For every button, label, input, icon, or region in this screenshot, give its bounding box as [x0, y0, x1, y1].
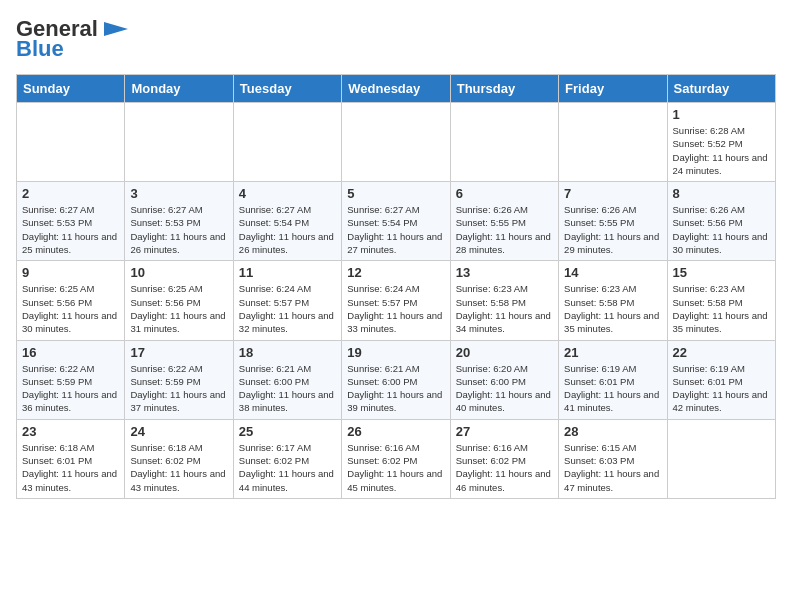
calendar-cell: 9Sunrise: 6:25 AM Sunset: 5:56 PM Daylig… [17, 261, 125, 340]
calendar-cell: 25Sunrise: 6:17 AM Sunset: 6:02 PM Dayli… [233, 419, 341, 498]
day-info: Sunrise: 6:24 AM Sunset: 5:57 PM Dayligh… [347, 282, 444, 335]
day-info: Sunrise: 6:21 AM Sunset: 6:00 PM Dayligh… [239, 362, 336, 415]
logo: General Blue [16, 16, 130, 62]
calendar-cell: 8Sunrise: 6:26 AM Sunset: 5:56 PM Daylig… [667, 182, 775, 261]
calendar-week-row: 23Sunrise: 6:18 AM Sunset: 6:01 PM Dayli… [17, 419, 776, 498]
day-number: 1 [673, 107, 770, 122]
day-number: 4 [239, 186, 336, 201]
day-info: Sunrise: 6:21 AM Sunset: 6:00 PM Dayligh… [347, 362, 444, 415]
calendar-table: SundayMondayTuesdayWednesdayThursdayFrid… [16, 74, 776, 499]
day-number: 5 [347, 186, 444, 201]
calendar-cell: 18Sunrise: 6:21 AM Sunset: 6:00 PM Dayli… [233, 340, 341, 419]
day-info: Sunrise: 6:28 AM Sunset: 5:52 PM Dayligh… [673, 124, 770, 177]
day-info: Sunrise: 6:18 AM Sunset: 6:01 PM Dayligh… [22, 441, 119, 494]
day-info: Sunrise: 6:22 AM Sunset: 5:59 PM Dayligh… [130, 362, 227, 415]
calendar-cell: 21Sunrise: 6:19 AM Sunset: 6:01 PM Dayli… [559, 340, 667, 419]
day-number: 12 [347, 265, 444, 280]
day-number: 8 [673, 186, 770, 201]
day-info: Sunrise: 6:27 AM Sunset: 5:54 PM Dayligh… [347, 203, 444, 256]
calendar-header-row: SundayMondayTuesdayWednesdayThursdayFrid… [17, 75, 776, 103]
calendar-cell: 23Sunrise: 6:18 AM Sunset: 6:01 PM Dayli… [17, 419, 125, 498]
calendar-cell [233, 103, 341, 182]
calendar-cell: 19Sunrise: 6:21 AM Sunset: 6:00 PM Dayli… [342, 340, 450, 419]
day-info: Sunrise: 6:26 AM Sunset: 5:55 PM Dayligh… [456, 203, 553, 256]
day-number: 10 [130, 265, 227, 280]
calendar-cell: 22Sunrise: 6:19 AM Sunset: 6:01 PM Dayli… [667, 340, 775, 419]
calendar-body: 1Sunrise: 6:28 AM Sunset: 5:52 PM Daylig… [17, 103, 776, 499]
day-info: Sunrise: 6:26 AM Sunset: 5:55 PM Dayligh… [564, 203, 661, 256]
calendar-cell: 6Sunrise: 6:26 AM Sunset: 5:55 PM Daylig… [450, 182, 558, 261]
day-info: Sunrise: 6:27 AM Sunset: 5:53 PM Dayligh… [130, 203, 227, 256]
logo-flag-icon [100, 18, 130, 40]
calendar-week-row: 16Sunrise: 6:22 AM Sunset: 5:59 PM Dayli… [17, 340, 776, 419]
calendar-week-row: 2Sunrise: 6:27 AM Sunset: 5:53 PM Daylig… [17, 182, 776, 261]
weekday-header-friday: Friday [559, 75, 667, 103]
weekday-header-wednesday: Wednesday [342, 75, 450, 103]
calendar-week-row: 1Sunrise: 6:28 AM Sunset: 5:52 PM Daylig… [17, 103, 776, 182]
day-number: 7 [564, 186, 661, 201]
day-number: 3 [130, 186, 227, 201]
day-info: Sunrise: 6:23 AM Sunset: 5:58 PM Dayligh… [673, 282, 770, 335]
day-number: 24 [130, 424, 227, 439]
day-number: 18 [239, 345, 336, 360]
calendar-cell: 4Sunrise: 6:27 AM Sunset: 5:54 PM Daylig… [233, 182, 341, 261]
calendar-cell [17, 103, 125, 182]
day-number: 11 [239, 265, 336, 280]
day-info: Sunrise: 6:15 AM Sunset: 6:03 PM Dayligh… [564, 441, 661, 494]
day-number: 26 [347, 424, 444, 439]
day-info: Sunrise: 6:23 AM Sunset: 5:58 PM Dayligh… [456, 282, 553, 335]
day-number: 20 [456, 345, 553, 360]
calendar-week-row: 9Sunrise: 6:25 AM Sunset: 5:56 PM Daylig… [17, 261, 776, 340]
day-info: Sunrise: 6:25 AM Sunset: 5:56 PM Dayligh… [130, 282, 227, 335]
day-number: 9 [22, 265, 119, 280]
calendar-cell: 28Sunrise: 6:15 AM Sunset: 6:03 PM Dayli… [559, 419, 667, 498]
calendar-cell: 15Sunrise: 6:23 AM Sunset: 5:58 PM Dayli… [667, 261, 775, 340]
day-info: Sunrise: 6:16 AM Sunset: 6:02 PM Dayligh… [347, 441, 444, 494]
day-number: 15 [673, 265, 770, 280]
day-info: Sunrise: 6:19 AM Sunset: 6:01 PM Dayligh… [564, 362, 661, 415]
day-number: 13 [456, 265, 553, 280]
calendar-cell [667, 419, 775, 498]
calendar-cell: 7Sunrise: 6:26 AM Sunset: 5:55 PM Daylig… [559, 182, 667, 261]
calendar-cell: 5Sunrise: 6:27 AM Sunset: 5:54 PM Daylig… [342, 182, 450, 261]
day-number: 16 [22, 345, 119, 360]
day-info: Sunrise: 6:25 AM Sunset: 5:56 PM Dayligh… [22, 282, 119, 335]
day-info: Sunrise: 6:18 AM Sunset: 6:02 PM Dayligh… [130, 441, 227, 494]
calendar-cell: 27Sunrise: 6:16 AM Sunset: 6:02 PM Dayli… [450, 419, 558, 498]
day-number: 21 [564, 345, 661, 360]
calendar-cell: 17Sunrise: 6:22 AM Sunset: 5:59 PM Dayli… [125, 340, 233, 419]
day-info: Sunrise: 6:26 AM Sunset: 5:56 PM Dayligh… [673, 203, 770, 256]
day-info: Sunrise: 6:27 AM Sunset: 5:54 PM Dayligh… [239, 203, 336, 256]
day-info: Sunrise: 6:20 AM Sunset: 6:00 PM Dayligh… [456, 362, 553, 415]
day-number: 2 [22, 186, 119, 201]
calendar-cell: 14Sunrise: 6:23 AM Sunset: 5:58 PM Dayli… [559, 261, 667, 340]
calendar-cell: 13Sunrise: 6:23 AM Sunset: 5:58 PM Dayli… [450, 261, 558, 340]
day-number: 6 [456, 186, 553, 201]
logo-blue: Blue [16, 36, 64, 62]
day-info: Sunrise: 6:16 AM Sunset: 6:02 PM Dayligh… [456, 441, 553, 494]
calendar-cell: 11Sunrise: 6:24 AM Sunset: 5:57 PM Dayli… [233, 261, 341, 340]
weekday-header-monday: Monday [125, 75, 233, 103]
calendar-cell: 2Sunrise: 6:27 AM Sunset: 5:53 PM Daylig… [17, 182, 125, 261]
svg-marker-0 [104, 22, 128, 36]
day-info: Sunrise: 6:17 AM Sunset: 6:02 PM Dayligh… [239, 441, 336, 494]
calendar-cell: 12Sunrise: 6:24 AM Sunset: 5:57 PM Dayli… [342, 261, 450, 340]
day-info: Sunrise: 6:27 AM Sunset: 5:53 PM Dayligh… [22, 203, 119, 256]
calendar-cell: 3Sunrise: 6:27 AM Sunset: 5:53 PM Daylig… [125, 182, 233, 261]
day-number: 23 [22, 424, 119, 439]
day-number: 19 [347, 345, 444, 360]
weekday-header-sunday: Sunday [17, 75, 125, 103]
calendar-cell [342, 103, 450, 182]
day-info: Sunrise: 6:24 AM Sunset: 5:57 PM Dayligh… [239, 282, 336, 335]
weekday-header-tuesday: Tuesday [233, 75, 341, 103]
calendar-cell: 20Sunrise: 6:20 AM Sunset: 6:00 PM Dayli… [450, 340, 558, 419]
day-info: Sunrise: 6:22 AM Sunset: 5:59 PM Dayligh… [22, 362, 119, 415]
page-header: General Blue [16, 16, 776, 62]
calendar-cell: 10Sunrise: 6:25 AM Sunset: 5:56 PM Dayli… [125, 261, 233, 340]
day-number: 27 [456, 424, 553, 439]
calendar-cell [450, 103, 558, 182]
calendar-cell [125, 103, 233, 182]
calendar-cell [559, 103, 667, 182]
weekday-header-thursday: Thursday [450, 75, 558, 103]
calendar-cell: 16Sunrise: 6:22 AM Sunset: 5:59 PM Dayli… [17, 340, 125, 419]
